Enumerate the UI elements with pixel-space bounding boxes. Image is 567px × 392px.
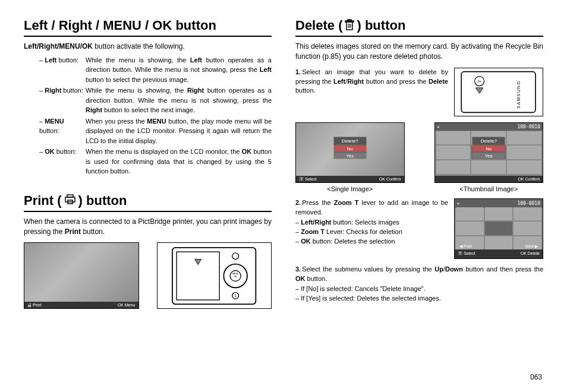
svg-rect-15 — [348, 20, 351, 21]
thumbnail-select-screen: ▸100-0010 ◀ Prev Next ▶ T Select OK Dele… — [454, 198, 543, 259]
delete-dialog-thumb: Delete? No Yes — [472, 137, 505, 159]
svg-text:SAMSUNG: SAMSUNG — [516, 80, 521, 109]
caption-single: <Single Image> — [295, 185, 405, 192]
svg-rect-1 — [65, 197, 75, 202]
single-image-screen: ▸100-0010 Delete? No Yes T Select OK Con… — [295, 122, 405, 183]
step-1: 1.Select an image that you want to delet… — [295, 68, 543, 116]
svg-rect-11 — [177, 252, 219, 300]
svg-rect-19 — [462, 71, 536, 112]
svg-text:Fn: Fn — [478, 80, 481, 83]
heading-left-right-menu-ok: Left / Right / MENU / OK button — [24, 18, 272, 37]
heading-print-button: Print ( ) button — [24, 193, 272, 212]
delete-dialog: Delete? No Yes — [333, 137, 366, 159]
svg-rect-3 — [172, 248, 256, 304]
trash-icon — [345, 19, 354, 33]
svg-marker-12 — [195, 259, 201, 264]
svg-text:E: E — [235, 294, 237, 297]
svg-marker-22 — [476, 87, 484, 93]
step-3: 3.Select the submenu values by pressing … — [295, 265, 543, 304]
delete-figures-row: ▸100-0010 Delete? No Yes T Select OK Con… — [295, 122, 543, 192]
play-icon: ▸ — [437, 124, 440, 129]
svg-text:OK: OK — [234, 276, 238, 278]
delete-intro: This deletes images stored on the memory… — [295, 42, 543, 62]
intro-text: Left/Right/MENU/OK button activate the f… — [24, 42, 272, 52]
heading-delete-button: Delete ( ) button — [295, 18, 543, 37]
print-screen-figure: ▰100-0010 🖨 Print OK Menu — [24, 242, 139, 309]
print-intro: When the camera is connected to a PictBr… — [24, 217, 272, 237]
button-definitions: – Left button: While the menu is showing… — [39, 55, 272, 176]
camera-back-illustration: MENU OK E — [157, 242, 272, 309]
printer-icon — [64, 194, 76, 207]
svg-point-10 — [232, 253, 239, 260]
camera-delete-illustration: Fn SAMSUNG — [454, 68, 543, 116]
print-figures-row: ▰100-0010 🖨 Print OK Menu MENU OK — [24, 242, 272, 309]
caption-thumb: <Thumbnail Image> — [434, 185, 544, 192]
thumbnail-image-screen: ▸100-0010 Delete? No Yes OK Confirm — [434, 122, 544, 183]
step-2: 2.Press the Zoom T lever to add an image… — [295, 198, 543, 259]
play-icon: ▸ — [457, 200, 460, 207]
page-number: 063 — [530, 373, 542, 381]
svg-text:MENU: MENU — [232, 273, 239, 275]
